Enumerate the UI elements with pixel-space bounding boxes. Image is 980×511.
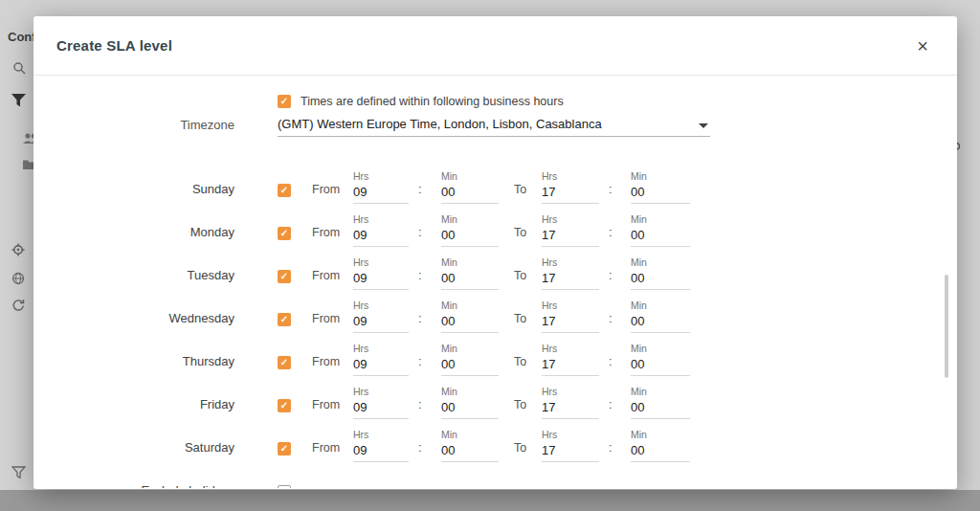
day-label: Wednesday [33,311,234,333]
to-label: To [514,183,531,204]
from-label: From [312,441,343,462]
from-min-input[interactable] [441,398,499,419]
business-hours-checkbox[interactable] [278,95,291,108]
min-caption: Min [441,256,499,268]
day-label: Monday [33,225,234,247]
to-min-input[interactable] [631,312,690,333]
to-hrs-field: Hrs [542,213,599,247]
from-hrs-input[interactable] [353,226,409,247]
time-separator: : [609,182,616,196]
day-checkbox[interactable] [278,270,291,283]
from-min-input[interactable] [441,226,499,247]
from-hrs-input[interactable] [353,312,409,333]
from-min-input[interactable] [441,183,499,204]
hrs-caption: Hrs [542,429,599,440]
day-row-monday: Monday From Hrs : Min To Hrs : [33,204,957,247]
create-sla-level-dialog: Create SLA level × Times are defined wit… [33,16,957,489]
from-min-field: Min [441,213,499,247]
exclude-holidays-label: Exclude holidays [33,483,234,488]
day-checkbox[interactable] [278,356,291,369]
to-hrs-field: Hrs [542,429,599,462]
min-caption: Min [441,429,499,440]
hrs-caption: Hrs [353,213,409,225]
from-hrs-input[interactable] [353,183,409,204]
day-checkbox[interactable] [278,313,291,326]
to-min-input[interactable] [631,183,690,204]
to-hrs-input[interactable] [542,226,599,247]
time-separator: : [418,354,426,368]
from-hrs-field: Hrs [353,386,409,419]
timezone-select[interactable]: (GMT) Western Europe Time, London, Lisbo… [278,117,710,137]
time-separator: : [609,397,616,411]
from-min-field: Min [441,343,499,376]
hrs-caption: Hrs [542,170,599,182]
hrs-caption: Hrs [542,213,599,225]
from-min-input[interactable] [441,441,499,462]
to-hrs-input[interactable] [542,355,599,376]
hrs-caption: Hrs [353,170,409,182]
from-label: From [312,398,343,419]
hrs-caption: Hrs [353,343,409,354]
day-checkbox[interactable] [278,442,291,455]
from-min-input[interactable] [441,269,499,290]
to-label: To [514,312,531,333]
hrs-caption: Hrs [542,386,599,397]
min-caption: Min [631,429,690,440]
from-hrs-input[interactable] [353,398,409,419]
day-checkbox[interactable] [278,399,291,412]
from-hrs-field: Hrs [353,343,409,376]
to-hrs-input[interactable] [542,398,599,419]
min-caption: Min [441,213,499,225]
day-label: Sunday [33,182,234,204]
to-min-field: Min [631,213,690,247]
timezone-label: Timezone [33,118,234,137]
to-min-input[interactable] [631,398,690,419]
from-hrs-field: Hrs [353,300,409,333]
time-separator: : [418,440,426,455]
from-hrs-input[interactable] [353,269,409,290]
day-label: Saturday [33,440,234,462]
to-min-field: Min [631,256,690,290]
day-row-saturday: Saturday From Hrs : Min To Hrs : [33,419,957,462]
day-checkbox[interactable] [278,184,291,197]
to-min-field: Min [631,170,690,204]
from-hrs-field: Hrs [353,170,409,204]
min-caption: Min [631,170,690,182]
to-hrs-field: Hrs [542,300,599,333]
from-hrs-input[interactable] [353,355,409,376]
timezone-row: Timezone (GMT) Western Europe Time, Lond… [33,118,957,137]
time-separator: : [418,225,426,239]
from-label: From [312,355,343,376]
to-hrs-input[interactable] [542,269,599,290]
day-row-tuesday: Tuesday From Hrs : Min To Hrs : [33,247,957,290]
from-min-input[interactable] [441,312,499,333]
to-hrs-input[interactable] [542,441,599,462]
to-hrs-input[interactable] [542,183,599,204]
business-hours-row: Times are defined within following busin… [278,93,957,110]
modal-scrollbar[interactable] [945,275,948,378]
min-caption: Min [631,386,690,397]
time-separator: : [609,268,616,282]
to-min-input[interactable] [631,269,690,290]
to-label: To [514,355,531,376]
from-hrs-field: Hrs [353,213,409,247]
exclude-holidays-checkbox[interactable] [278,485,291,488]
day-checkbox[interactable] [278,227,291,240]
min-caption: Min [441,300,499,311]
time-separator: : [418,311,426,325]
close-icon[interactable]: × [911,34,934,57]
to-min-input[interactable] [631,355,690,376]
to-min-input[interactable] [631,226,690,247]
hrs-caption: Hrs [542,343,599,354]
day-row-thursday: Thursday From Hrs : Min To Hrs : [33,333,957,376]
time-separator: : [418,182,426,196]
from-hrs-input[interactable] [353,441,409,462]
to-label: To [514,226,531,247]
from-min-field: Min [441,429,499,462]
to-hrs-input[interactable] [542,312,599,333]
to-min-input[interactable] [631,441,690,462]
timezone-value: (GMT) Western Europe Time, London, Lisbo… [278,117,602,131]
to-min-field: Min [631,343,690,376]
from-min-field: Min [441,256,499,290]
from-min-input[interactable] [441,355,499,376]
